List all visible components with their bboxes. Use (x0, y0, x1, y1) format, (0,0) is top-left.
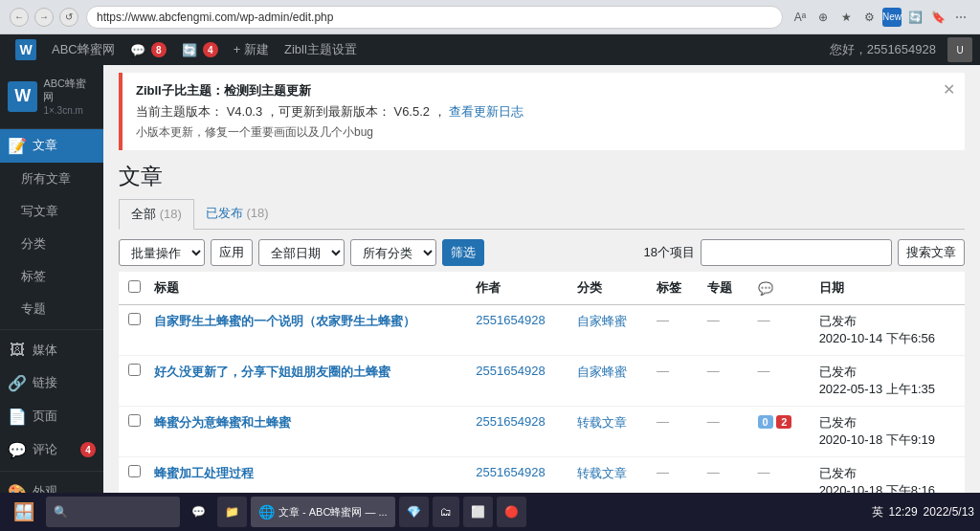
browser-icon: 🌐 (258, 504, 275, 520)
site-name-item[interactable]: ABC蜂蜜网 (44, 34, 122, 65)
taskbar-app4[interactable]: 🔴 (497, 497, 526, 527)
pages-icon: 📄 (8, 408, 27, 426)
back-button[interactable]: ← (10, 8, 29, 27)
post-title-link[interactable]: 蜂蜜分为意蜂蜜和土蜂蜜 (154, 415, 291, 430)
posts-icon: 📝 (8, 137, 27, 155)
bulk-action-select[interactable]: 批量操作 (119, 239, 205, 266)
post-author-link[interactable]: 2551654928 (476, 364, 545, 378)
post-category-link[interactable]: 自家蜂蜜 (577, 365, 627, 379)
table-row: 自家野生土蜂蜜的一个说明（农家野生土蜂蜜）2551654928自家蜂蜜——— 已… (119, 305, 965, 356)
apply-button[interactable]: 应用 (211, 239, 253, 266)
changelog-link[interactable]: 查看更新日志 (449, 104, 523, 119)
sidebar-item-tags[interactable]: 标签 (0, 260, 103, 293)
post-status: 已发布 (819, 466, 857, 480)
files-icon: 📁 (225, 505, 239, 519)
ext-star[interactable]: ★ (836, 8, 856, 27)
sidebar-item-comments[interactable]: 💬 评论 4 (0, 433, 103, 467)
post-title-link[interactable]: 自家野生土蜂蜜的一个说明（农家野生土蜂蜜） (154, 314, 415, 328)
search-input[interactable] (701, 239, 892, 266)
main-layout: W ABC蜂蜜网 1×.3cn.m 📝 文章 所有文章 写文章 分类 标签 专题 (0, 65, 980, 531)
post-author-link[interactable]: 2551654928 (476, 414, 545, 429)
post-category-link[interactable]: 转载文章 (577, 415, 627, 430)
post-date: 2022-05-13 上午1:35 (819, 382, 935, 396)
taskbar-search[interactable]: 🔍 (46, 497, 180, 527)
sidebar-item-pages[interactable]: 📄 页面 (0, 400, 103, 433)
wp-logo-item[interactable]: W (8, 34, 44, 65)
comment-bubble-pending: 2 (776, 415, 791, 429)
admin-bar-right: 您好，2551654928 U (822, 37, 972, 62)
sidebar-item-posts[interactable]: 📝 文章 (0, 129, 103, 163)
notice-close-button[interactable]: ✕ (943, 80, 955, 99)
updates-item[interactable]: 🔄 4 (174, 34, 226, 65)
category-column-header: 分类 (568, 272, 647, 305)
taskbar-chat[interactable]: 💬 (184, 497, 213, 527)
address-bar[interactable]: https://www.abcfengmi.com/wp-admin/edit.… (86, 6, 783, 29)
forward-button[interactable]: → (34, 8, 54, 27)
notice-sub-text: 小版本更新，修复一个重要画面以及几个小bug (136, 124, 951, 141)
post-status: 已发布 (819, 415, 857, 430)
version-separator: ，可更新到最新版本： (266, 104, 390, 119)
media-icon: 🖼 (8, 342, 27, 359)
taskbar: 🪟 🔍 💬 📁 🌐 文章 - ABC蜂蜜网 — ... 💎 🗂 ⬜ 🔴 英 12… (0, 493, 980, 531)
comments-sidebar-icon: 💬 (8, 441, 27, 459)
row-checkbox[interactable] (128, 414, 141, 427)
sidebar-write-label: 写文章 (21, 203, 58, 220)
theme-settings-item[interactable]: Zibll主题设置 (277, 34, 365, 65)
check-all-checkbox[interactable] (128, 280, 141, 293)
post-author-link[interactable]: 2551654928 (476, 313, 545, 327)
sub-nav: 全部 (18) 已发布 (18) (119, 199, 965, 230)
table-header-row: 标题 作者 分类 标签 专题 💬 日期 (119, 272, 965, 305)
sidebar-all-posts-label: 所有文章 (21, 170, 71, 188)
new-version-value: V6.5.2 (393, 104, 430, 119)
search-button[interactable]: 搜索文章 (898, 239, 965, 266)
sidebar-item-media[interactable]: 🖼 媒体 (0, 334, 103, 366)
ext-aa[interactable]: Aª (791, 8, 810, 27)
item-count: 18个项目 (644, 244, 695, 261)
wp-logo-icon: W (15, 39, 36, 60)
taskbar-start[interactable]: 🪟 (6, 497, 42, 527)
updates-badge: 4 (203, 42, 218, 57)
check-all-header (119, 272, 145, 305)
filter-button[interactable]: 筛选 (442, 239, 484, 266)
refresh-button[interactable]: ↺ (59, 8, 78, 27)
notice-text: 当前主题版本： V4.0.3 ，可更新到最新版本： V6.5.2 ， 查看更新日… (136, 103, 951, 121)
post-category-link[interactable]: 转载文章 (577, 466, 627, 480)
sidebar-item-categories[interactable]: 分类 (0, 228, 103, 260)
ext-bookmark[interactable]: 🔖 (928, 8, 947, 27)
row-checkbox[interactable] (128, 313, 141, 325)
taskbar-browser[interactable]: 🌐 文章 - ABC蜂蜜网 — ... (251, 497, 395, 527)
post-category-link[interactable]: 自家蜂蜜 (577, 314, 627, 328)
post-comment-dash: — (758, 465, 770, 479)
sidebar-item-links[interactable]: 🔗 链接 (0, 366, 103, 400)
row-checkbox[interactable] (128, 465, 141, 477)
row-checkbox[interactable] (128, 364, 141, 376)
user-avatar[interactable]: U (947, 37, 972, 62)
table-row: 蜂蜜分为意蜂蜜和土蜂蜜2551654928转载文章—— 0 2 已发布 2020… (119, 407, 965, 457)
post-title-link[interactable]: 好久没更新了，分享下姐姐朋友圈的土蜂蜜 (154, 365, 390, 379)
comments-item[interactable]: 💬 8 (122, 34, 174, 65)
ext-refresh[interactable]: 🔄 (905, 8, 924, 27)
ext-gear[interactable]: ⚙ (859, 8, 879, 27)
sidebar-categories-label: 分类 (21, 235, 46, 253)
new-item[interactable]: + 新建 (226, 34, 277, 65)
category-filter-select[interactable]: 所有分类 (350, 239, 436, 266)
sidebar-item-all-posts[interactable]: 所有文章 (0, 163, 103, 195)
taskbar-app3[interactable]: ⬜ (463, 497, 493, 527)
taskbar-files[interactable]: 📁 (217, 497, 247, 527)
post-topic: — (707, 414, 720, 429)
taskbar-app2[interactable]: 🗂 (433, 497, 459, 527)
ext-new[interactable]: New (882, 8, 902, 27)
comment-bubble-approved: 0 (758, 415, 773, 429)
taskbar-app1[interactable]: 💎 (399, 497, 429, 527)
sidebar-item-write[interactable]: 写文章 (0, 195, 103, 228)
ext-plus[interactable]: ⊕ (813, 8, 833, 27)
ext-menu[interactable]: ⋯ (951, 8, 970, 27)
sidebar-item-topics[interactable]: 专题 (0, 293, 103, 325)
tab-published[interactable]: 已发布 (18) (194, 199, 280, 229)
tab-all[interactable]: 全部 (18) (119, 199, 194, 230)
post-author-link[interactable]: 2551654928 (476, 465, 545, 479)
date-filter-select[interactable]: 全部日期 (258, 239, 345, 266)
taskbar-date: 2022/5/13 (924, 505, 974, 519)
title-column-header: 标题 (145, 272, 466, 305)
post-title-link[interactable]: 蜂蜜加工处理过程 (154, 466, 254, 480)
